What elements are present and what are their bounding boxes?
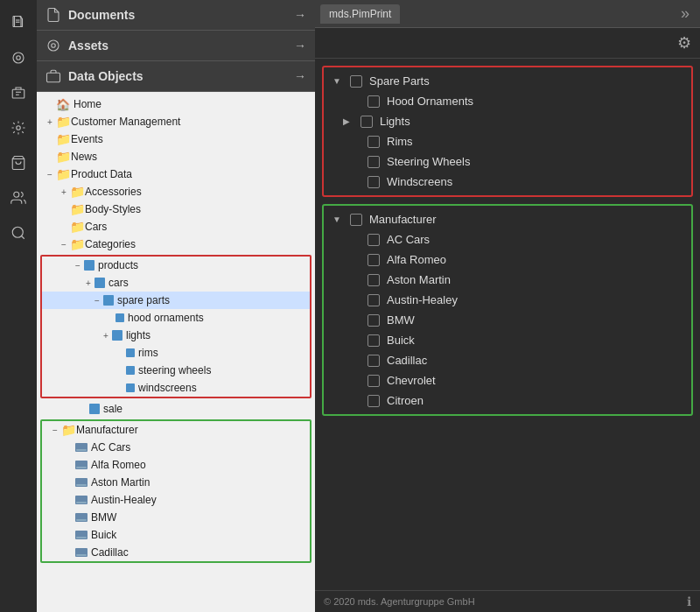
check-item-chevrolet[interactable]: Chevrolet [324,370,691,390]
tree-node-sale[interactable]: sale [37,400,315,418]
checkbox-windscreens[interactable] [368,176,380,188]
tree-node-manufacturer[interactable]: − 📁 Manufacturer [42,421,310,439]
check-item-austin-healey[interactable]: Austin-Healey [324,290,691,310]
check-item-cadillac[interactable]: Cadillac [324,350,691,370]
checkbox-steering-wheels[interactable] [368,156,380,168]
products-label: products [98,259,138,271]
assets-header[interactable]: Assets → [37,31,315,61]
check-item-bmw[interactable]: BMW [324,310,691,330]
checkbox-buick[interactable] [368,334,380,347]
tree-node-ac-cars[interactable]: AC Cars [42,439,310,456]
check-item-ac-cars[interactable]: AC Cars [324,229,691,250]
windscreens-label: windscreens [138,382,197,394]
tree-node-categories[interactable]: − 📁 Categories [37,236,315,253]
check-item-lights[interactable]: ▶ Lights [324,111,691,131]
mfr-icon-buick [75,531,88,539]
toggle-manufacturer: − [49,426,61,435]
checkbox-cadillac[interactable] [368,355,380,367]
tree-node-lights[interactable]: + lights [42,327,310,344]
check-item-steering-wheels[interactable]: Steering Wheels [324,151,691,172]
dataobjects-nav-item[interactable] [3,77,34,109]
tree-node-cars[interactable]: 📁 Cars [37,218,315,236]
bmw-ch-label: BMW [387,313,415,327]
hood-ornaments-label: hood ornaments [128,312,204,324]
gear-button[interactable]: ⚙ [677,33,691,53]
obj-icon-hood-ornaments [116,313,124,322]
tree-node-events[interactable]: 📁 Events [37,130,315,148]
tree-node-alfa-romeo[interactable]: Alfa Romeo [42,456,310,474]
tree-node-rims[interactable]: rims [42,344,310,362]
check-item-hood-ornaments[interactable]: Hood Ornaments [324,91,691,111]
tree-node-aston-martin[interactable]: Aston Martin [42,474,310,491]
assets-nav-item[interactable] [3,42,34,74]
dataobjects-header[interactable]: Data Objects → [37,61,315,92]
mfr-icon-cadillac [75,548,88,557]
tab-overflow-icon: » [681,4,690,22]
svg-point-14 [52,44,56,48]
checkbox-spare-parts[interactable] [350,75,362,88]
tab-overflow-button[interactable]: » [676,1,695,26]
tree-node-hood-ornaments[interactable]: hood ornaments [42,309,310,327]
news-label: News [71,151,97,163]
spare-parts-ch-label: Spare Parts [369,74,430,88]
tree-node-austin-healey[interactable]: Austin-Healey [42,491,310,509]
pimprint-tab[interactable]: mds.PimPrint [320,4,400,24]
check-item-aston-martin[interactable]: Aston Martin [324,270,691,290]
svg-point-3 [13,53,24,63]
toggle-cars-sub: + [82,278,94,288]
obj-icon-spare-parts [103,295,114,306]
checkbox-alfa-romeo[interactable] [368,254,380,266]
checkbox-aston-martin[interactable] [368,274,380,286]
document-nav-item[interactable] [3,7,34,39]
search-nav-item[interactable] [3,217,34,249]
settings-nav-item[interactable] [3,112,34,144]
spare-parts-label: spare parts [117,294,170,306]
assets-arrow: → [294,39,306,53]
check-item-manufacturer[interactable]: ▼ Manufacturer [324,209,691,229]
mfr-icon-aston-martin [75,478,88,487]
cart-nav-item[interactable] [3,147,34,179]
check-item-rims[interactable]: Rims [324,131,691,151]
check-item-buick[interactable]: Buick [324,330,691,350]
tree-node-steering-wheels[interactable]: steering wheels [42,362,310,379]
ac-cars-ch-label: AC Cars [387,233,430,246]
info-icon[interactable]: ℹ [687,594,691,608]
tree-node-customer-mgmt[interactable]: + 📁 Customer Management [37,113,315,130]
check-item-alfa-romeo[interactable]: Alfa Romeo [324,250,691,270]
checkbox-ac-cars[interactable] [368,234,380,246]
check-item-windscreens[interactable]: Windscreens [324,172,691,192]
checkbox-hood-ornaments[interactable] [368,95,380,108]
tree-node-products[interactable]: − products [42,257,310,274]
tree-node-body-styles[interactable]: 📁 Body-Styles [37,200,315,218]
checkbox-rims[interactable] [368,136,380,148]
tree-node-home[interactable]: 🏠 Home [37,95,315,113]
rims-label: rims [138,347,158,359]
tree-node-bmw[interactable]: BMW [42,509,310,526]
tree-node-news[interactable]: 📁 News [37,148,315,165]
events-label: Events [71,133,103,145]
tree-node-cars-sub[interactable]: + cars [42,274,310,292]
check-item-citroen[interactable]: Citroen [324,390,691,411]
ac-cars-label: AC Cars [91,441,130,454]
checkbox-austin-healey[interactable] [368,294,380,306]
obj-icon-products [84,260,94,271]
buick-ch-label: Buick [387,334,415,347]
tree-node-cadillac[interactable]: Cadillac [42,544,310,561]
users-nav-item[interactable] [3,182,34,214]
tree-node-buick[interactable]: Buick [42,526,310,544]
alfa-romeo-ch-label: Alfa Romeo [387,253,446,266]
mfr-icon-austin-healey [75,496,88,504]
tree-node-spare-parts[interactable]: − spare parts [42,292,310,309]
checkbox-bmw[interactable] [368,314,380,327]
checkbox-manufacturer[interactable] [350,214,362,226]
tree-node-product-data[interactable]: − 📁 Product Data [37,165,315,183]
check-item-spare-parts[interactable]: ▼ Spare Parts [324,71,691,91]
checkbox-citroen[interactable] [368,395,380,407]
checkbox-chevrolet[interactable] [368,375,380,387]
toggle-product-data: − [44,170,56,179]
tree-node-accessories[interactable]: + 📁 Accessories [37,183,315,200]
documents-header[interactable]: Documents → [37,0,315,31]
checkbox-lights[interactable] [360,116,373,128]
tree-node-windscreens[interactable]: windscreens [42,379,310,397]
svg-point-13 [48,40,59,51]
